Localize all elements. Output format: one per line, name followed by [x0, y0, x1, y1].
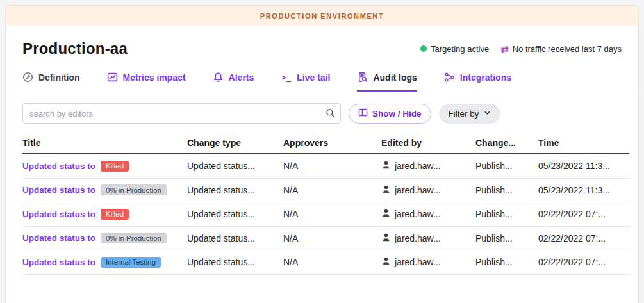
change-type-cell: Updated status...	[187, 257, 283, 267]
column-header-change[interactable]: Change...	[475, 138, 538, 148]
approvers-cell: N/A	[283, 161, 381, 171]
row-title-link[interactable]: Updated status to	[22, 185, 95, 195]
targeting-status: Targeting active	[420, 44, 489, 54]
row-title-link[interactable]: Updated status to	[22, 209, 95, 219]
traffic-status: ⇄ No traffic received last 7 days	[500, 44, 622, 54]
column-header-approvers[interactable]: Approvers	[283, 138, 381, 148]
status-badge: 0% in Production	[101, 184, 167, 195]
filter-by-label: Filter by	[449, 109, 479, 119]
header: Production-aa Targeting active ⇄ No traf…	[6, 26, 638, 60]
edited-by-cell: jared.haw...	[381, 256, 475, 268]
document-search-icon	[357, 72, 368, 83]
search-icon	[326, 108, 335, 120]
tab-label: Integrations	[460, 72, 511, 83]
row-title-link[interactable]: Updated status to	[22, 258, 95, 267]
show-hide-label: Show / Hide	[372, 109, 422, 119]
status-badge: Killed	[101, 209, 129, 220]
traffic-arrows-icon: ⇄	[500, 44, 509, 54]
edited-by-cell: jared.haw...	[381, 184, 475, 196]
page-title: Production-aa	[22, 40, 128, 58]
table-row[interactable]: Updated status to Internal Testing Updat…	[22, 250, 629, 275]
column-header-title[interactable]: Title	[22, 138, 187, 148]
tab-label: Live tail	[297, 72, 330, 83]
edited-by-name: jared.haw...	[395, 209, 441, 219]
status-badge: Killed	[101, 161, 129, 172]
filter-by-button[interactable]: Filter by	[439, 104, 500, 124]
environment-card: PRODUCTION ENVIRONMENT Production-aa Tar…	[5, 5, 639, 303]
column-header-edited-by[interactable]: Edited by	[381, 138, 475, 148]
change-cell: Publish...	[475, 209, 538, 219]
tab-metrics-impact[interactable]: Metrics impact	[107, 72, 186, 92]
environment-banner-label: PRODUCTION ENVIRONMENT	[260, 12, 384, 20]
status-badge: 0% in Production	[101, 233, 167, 243]
person-icon	[381, 208, 391, 220]
person-icon	[381, 233, 391, 244]
time-cell: 02/22/2022 07:...	[538, 209, 629, 219]
tab-definition[interactable]: Definition	[22, 72, 80, 92]
tab-audit-logs[interactable]: Audit logs	[357, 72, 417, 92]
tab-label: Definition	[38, 72, 80, 83]
green-dot-icon	[420, 45, 427, 52]
person-icon	[381, 184, 391, 196]
change-cell: Publish...	[475, 161, 538, 171]
time-cell: 05/23/2022 11:3...	[538, 185, 629, 195]
columns-icon	[358, 108, 368, 119]
approvers-cell: N/A	[283, 209, 381, 219]
tab-live-tail[interactable]: >_ Live tail	[281, 72, 330, 92]
approvers-cell: N/A	[283, 257, 381, 267]
tab-alerts[interactable]: Alerts	[213, 72, 254, 92]
edited-by-name: jared.haw...	[395, 161, 441, 171]
table-row[interactable]: Updated status to Killed Updated status.…	[22, 154, 629, 179]
column-header-change-type[interactable]: Change type	[187, 138, 283, 148]
edited-by-name: jared.haw...	[395, 185, 441, 195]
search-box	[22, 103, 341, 124]
definition-icon	[22, 72, 33, 83]
audit-log-table: Title Change type Approvers Edited by Ch…	[22, 133, 629, 275]
edited-by-name: jared.haw...	[395, 233, 441, 243]
targeting-status-label: Targeting active	[431, 44, 489, 54]
toolbar: Show / Hide Filter by	[6, 92, 638, 124]
change-type-cell: Updated status...	[187, 233, 283, 243]
edited-by-cell: jared.haw...	[381, 233, 475, 244]
tab-label: Alerts	[229, 72, 254, 83]
time-cell: 02/22/2022 07:...	[538, 257, 629, 267]
time-cell: 05/23/2022 11:3...	[538, 161, 629, 171]
chevron-down-icon	[484, 109, 491, 119]
approvers-cell: N/A	[283, 185, 381, 195]
edited-by-cell: jared.haw...	[381, 160, 475, 172]
status-area: Targeting active ⇄ No traffic received l…	[420, 44, 622, 54]
approvers-cell: N/A	[283, 233, 381, 243]
search-input[interactable]	[22, 103, 341, 124]
traffic-status-label: No traffic received last 7 days	[513, 44, 622, 54]
person-icon	[381, 256, 391, 268]
change-cell: Publish...	[475, 185, 538, 195]
person-icon	[381, 160, 391, 172]
table-row[interactable]: Updated status to 0% in Production Updat…	[22, 179, 629, 203]
tab-integrations[interactable]: Integrations	[444, 72, 511, 92]
column-header-time[interactable]: Time	[538, 138, 629, 148]
change-type-cell: Updated status...	[187, 209, 283, 219]
show-hide-button[interactable]: Show / Hide	[349, 104, 431, 124]
table-row[interactable]: Updated status to 0% in Production Updat…	[22, 227, 629, 251]
table-row[interactable]: Updated status to Killed Updated status.…	[22, 202, 629, 227]
terminal-icon: >_	[281, 72, 292, 83]
change-type-cell: Updated status...	[187, 185, 283, 195]
integrations-icon	[444, 72, 455, 83]
environment-banner: PRODUCTION ENVIRONMENT	[6, 6, 638, 26]
table-header-row: Title Change type Approvers Edited by Ch…	[22, 133, 629, 154]
row-title-link[interactable]: Updated status to	[22, 161, 95, 171]
status-badge: Internal Testing	[101, 257, 161, 268]
row-title-link[interactable]: Updated status to	[22, 233, 95, 243]
change-cell: Publish...	[475, 257, 538, 267]
tab-bar: Definition Metrics impact Alerts >_ Live…	[6, 60, 638, 92]
edited-by-name: jared.haw...	[395, 257, 441, 267]
time-cell: 02/22/2022 07:...	[538, 233, 629, 243]
tab-label: Audit logs	[373, 72, 417, 83]
change-cell: Publish...	[475, 233, 538, 243]
metrics-chart-icon	[107, 72, 118, 83]
tab-label: Metrics impact	[123, 72, 186, 83]
bell-icon	[213, 72, 224, 83]
edited-by-cell: jared.haw...	[381, 208, 475, 220]
change-type-cell: Updated status...	[187, 161, 283, 171]
